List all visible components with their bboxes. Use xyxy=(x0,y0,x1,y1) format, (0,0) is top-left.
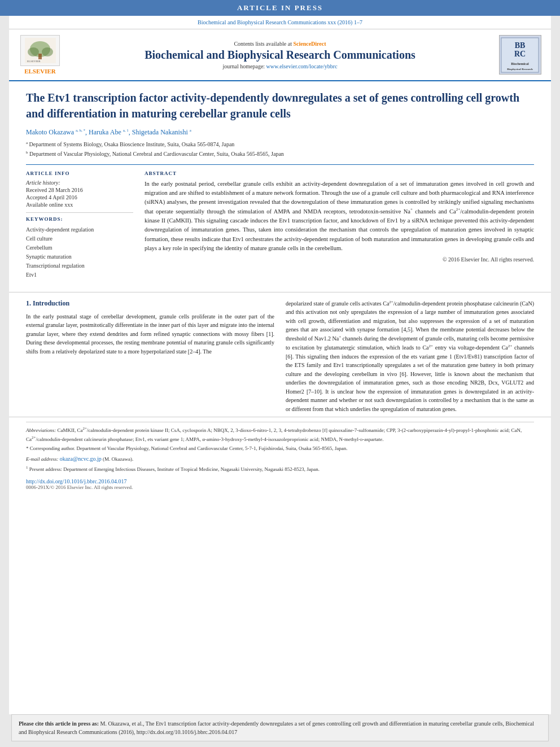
elsevier-brand-text: ELSEVIER xyxy=(24,68,56,75)
bottom-citation-box: Please cite this article in press as: M.… xyxy=(11,714,549,741)
affil-b: b Department of Vascular Physiology, Nat… xyxy=(26,150,534,158)
article-info-col: ARTICLE INFO Article history: Received 2… xyxy=(26,171,133,279)
abstract-text: In the early postnatal period, cerebella… xyxy=(145,180,534,254)
main-text-cols: 1. Introduction In the early postnatal s… xyxy=(9,299,551,417)
bbrc-logo: BB RC Biochemical Biophysical Research xyxy=(499,35,541,75)
authors-line: Makoto Okazawa a, b, *, Haruka Abe a, 1,… xyxy=(26,128,534,137)
keyword-4: Synaptic maturation xyxy=(26,252,133,261)
intro-col-left: 1. Introduction In the early postnatal s… xyxy=(26,299,274,417)
keyword-2: Cell culture xyxy=(26,234,133,243)
copyright-line: © 2016 Elsevier Inc. All rights reserved… xyxy=(145,256,534,263)
received-date: Received 28 March 2016 xyxy=(26,187,133,193)
svg-text:RC: RC xyxy=(514,50,526,58)
email-note: E-mail address: okaza@ncvc.go.jp (M. Oka… xyxy=(26,455,534,464)
contents-available-label: Contents lists available at ScienceDirec… xyxy=(68,41,492,47)
sciencedirect-link[interactable]: ScienceDirect xyxy=(293,41,326,47)
elsevier-tree-icon: ELSEVIER xyxy=(20,35,60,66)
bbrc-logo-container: BB RC Biochemical Biophysical Research xyxy=(497,35,542,75)
elsevier-logo-container: ELSEVIER ELSEVIER xyxy=(18,35,63,75)
intro-body-right: depolarized state of granule cells activ… xyxy=(286,299,534,413)
journal-title: Biochemical and Biophysical Research Com… xyxy=(68,48,492,62)
journal-homepage: journal homepage: www.elsevier.com/locat… xyxy=(68,63,492,69)
citation-text: Biochemical and Biophysical Research Com… xyxy=(198,19,362,25)
svg-text:Biochemical: Biochemical xyxy=(511,62,529,65)
email-link[interactable]: okaza@ncvc.go.jp xyxy=(60,456,102,462)
svg-text:Biophysical Research: Biophysical Research xyxy=(507,68,533,71)
svg-text:ELSEVIER: ELSEVIER xyxy=(27,60,41,63)
abbreviations-note: Abbreviations: CaMKII, Ca2+/calmodulin-d… xyxy=(26,426,534,443)
article-info-label: ARTICLE INFO xyxy=(26,171,133,176)
info-abstract-cols: ARTICLE INFO Article history: Received 2… xyxy=(26,164,534,279)
corresponding-note: * Corresponding author. Department of Va… xyxy=(26,445,534,453)
present-address-note: 1 Present address: Department of Emergin… xyxy=(26,465,534,474)
journal-citation: Biochemical and Biophysical Research Com… xyxy=(9,16,551,29)
homepage-link[interactable]: www.elsevier.com/locate/ybbrc xyxy=(266,63,338,69)
article-title: The Etv1 transcription factor activity-d… xyxy=(26,90,534,121)
svg-text:BB: BB xyxy=(515,41,526,50)
section-divider xyxy=(9,292,551,292)
keyword-3: Cerebellum xyxy=(26,243,133,252)
page-wrapper: Biochemical and Biophysical Research Com… xyxy=(9,16,551,714)
abstract-col: ABSTRACT In the early postnatal period, … xyxy=(145,171,534,279)
intro-heading: 1. Introduction xyxy=(26,299,274,308)
affiliations: a Department of Systems Biology, Osaka B… xyxy=(26,140,534,159)
history-label: Article history: xyxy=(26,180,133,186)
doi-link[interactable]: http://dx.doi.org/10.1016/j.bbrc.2016.04… xyxy=(26,478,534,484)
keyword-5: Transcriptional regulation xyxy=(26,261,133,270)
journal-title-center: Contents lists available at ScienceDirec… xyxy=(68,41,492,69)
please-cite-label: Please cite this article in press as: xyxy=(19,720,99,727)
issn-line: 0006-291X/© 2016 Elsevier Inc. All right… xyxy=(26,484,534,490)
footnotes-section: Abbreviations: CaMKII, Ca2+/calmodulin-d… xyxy=(9,417,551,495)
article-content: The Etv1 transcription factor activity-d… xyxy=(9,81,551,285)
affil-a: a Department of Systems Biology, Osaka B… xyxy=(26,140,534,148)
keywords-section: Keywords: Activity-dependent regulation … xyxy=(26,212,133,279)
svg-rect-2 xyxy=(38,54,42,59)
keywords-label: Keywords: xyxy=(26,216,133,222)
keyword-1: Activity-dependent regulation xyxy=(26,225,133,234)
banner-text: ARTICLE IN PRESS xyxy=(237,3,323,12)
abstract-label: ABSTRACT xyxy=(145,171,534,176)
svg-point-3 xyxy=(28,47,39,56)
intro-col-right: depolarized state of granule cells activ… xyxy=(286,299,534,417)
accepted-date: Accepted 4 April 2016 xyxy=(26,194,133,200)
keyword-6: Etv1 xyxy=(26,270,133,279)
intro-body-left: In the early postnatal stage of cerebell… xyxy=(26,312,274,356)
svg-point-4 xyxy=(42,47,53,56)
article-in-press-banner: ARTICLE IN PRESS xyxy=(0,0,560,16)
elsevier-logo: ELSEVIER ELSEVIER xyxy=(18,35,63,75)
available-online: Available online xxx xyxy=(26,202,133,208)
journal-header: ELSEVIER ELSEVIER Contents lists availab… xyxy=(9,29,551,81)
